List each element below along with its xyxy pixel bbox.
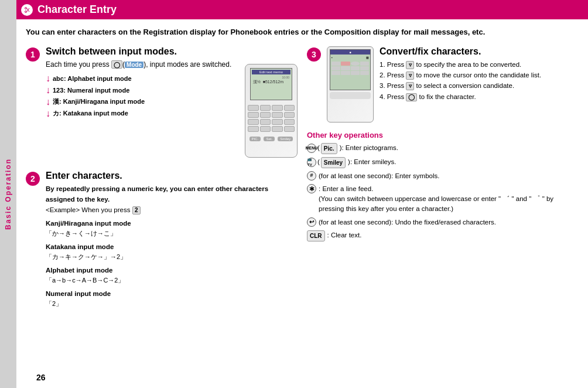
nav-key-1: ▿ (406, 61, 414, 69)
step-1-number: 1 (26, 47, 40, 62)
key-5 (260, 119, 271, 125)
key-4 (248, 119, 259, 125)
key-2: 2 (132, 206, 141, 215)
icon-tv: ▩ (366, 56, 369, 59)
svg-point-0 (25, 7, 27, 9)
step-3-inner: ■ ▪ ▩ (327, 46, 579, 122)
key-s4 (284, 126, 295, 132)
nav-key-4: ◯ (406, 93, 417, 101)
smiley-badge: 📺TV (Smiley (307, 157, 346, 168)
sk-1 (331, 62, 340, 66)
step-1-text: Each time you press ◯(Mode), input modes… (46, 59, 240, 162)
key-6 (272, 119, 283, 125)
arrow-katakana: ↓ (46, 108, 50, 119)
sk-9 (360, 71, 369, 75)
clr-key: CLR (307, 230, 325, 241)
phone-btn-pic: PIC. (249, 137, 261, 141)
phone-keypad-step1 (245, 103, 297, 134)
step3-screen: ■ ▪ ▩ (330, 49, 371, 90)
key-3 (272, 112, 283, 118)
key-8 (260, 126, 271, 132)
step-2-number: 2 (26, 172, 40, 186)
hash-key: # (307, 171, 316, 181)
icon-menu: ▪ (331, 56, 333, 59)
undo-key: ↩ (307, 217, 316, 227)
sk-r (360, 62, 369, 66)
alphabet-head: Alphabet input mode (46, 265, 298, 275)
key-s3 (284, 119, 295, 125)
step3-inst-1: 1. Press ▿ to specify the area to be con… (380, 59, 579, 70)
nav-key-2: ▿ (406, 72, 414, 80)
step-1: 1 Switch between input modes. Each time … (26, 46, 298, 162)
alphabet-chars: 「a→b→c→A→B→C→2」 (46, 275, 298, 286)
page-number: 26 (36, 373, 46, 382)
key-op-hash: # (for at least one second): Enter symbo… (307, 171, 579, 181)
hash-desc: (for at least one second): Enter symbols… (319, 171, 579, 181)
sidebar: Basic Operation (0, 0, 16, 388)
step-2-body: By repeatedly pressing a numeric key, yo… (46, 183, 298, 309)
key-op-undo: ↩ (for at least one second): Undo the fi… (307, 217, 579, 227)
step-3-title: Convert/fix characters. (380, 46, 579, 57)
mode-katakana: ↓ カ: Katakana input mode (46, 108, 240, 119)
step-3-text-area: Convert/fix characters. 1. Press ▿ to sp… (380, 46, 579, 122)
phone3-bottom-btn (330, 92, 371, 99)
key-op-star: ✱ : Enter a line feed. (You can switch b… (307, 184, 579, 215)
phone-btn-set: Set. (264, 137, 275, 141)
clr-desc: : Clear text. (327, 230, 579, 240)
other-ops-title: Other key operations (307, 131, 579, 139)
sk-2 (331, 66, 340, 70)
screen3-icons: ▪ ▩ (330, 55, 370, 60)
sk-5 (360, 66, 369, 70)
step-3-content: ■ ▪ ▩ (327, 46, 579, 122)
kanji-head: Kanji/Hiragana input mode (46, 218, 298, 229)
key-0 (248, 105, 259, 111)
sidebar-label: Basic Operation (4, 158, 12, 230)
main-content: Character Entry You can enter characters… (16, 0, 588, 388)
mode-katakana-label: カ: Katakana input mode (53, 109, 128, 118)
screen3-title: ■ (330, 50, 370, 55)
step3-inst-3: 3. Press ▿ to select a conversion candid… (380, 80, 579, 91)
star-key: ✱ (307, 184, 316, 193)
smiley-desc: ): Enter smileys. (348, 157, 579, 167)
page-title: Character Entry (37, 4, 117, 16)
katakana-head: Katakana input mode (46, 241, 298, 252)
katakana-chars: 「カ→キ→ク→ケ→」→2」 (46, 252, 298, 263)
key-9 (272, 126, 283, 132)
two-columns: 1 Switch between input modes. Each time … (26, 46, 579, 318)
step-2-title: Enter characters. (46, 171, 298, 181)
arrow-abc: ↓ (46, 73, 50, 84)
sk-3 (341, 66, 350, 70)
right-column: 3 ■ ▪ ▩ (307, 46, 579, 318)
pic-label: Pic. (321, 143, 337, 154)
sk-6 (331, 71, 340, 75)
content-area: You can enter characters on the Registra… (16, 19, 588, 388)
left-column: 1 Switch between input modes. Each time … (26, 46, 298, 318)
sk-clr (341, 62, 350, 66)
mode-abc: ↓ abc: Alphabet input mode (46, 73, 240, 84)
phone-image-step3: ■ ▪ ▩ (327, 46, 374, 122)
page-header: Character Entry (16, 0, 588, 19)
nav-key-3: ▿ (406, 82, 414, 90)
screen3-body: ▪ ▩ (330, 55, 370, 90)
step3-inst-2: 2. Press ▿ to move the cursor onto the c… (380, 70, 579, 80)
step-2-example: <Example> When you press 2 (46, 205, 298, 215)
key-s2 (284, 112, 295, 118)
step-1-inner: Each time you press ◯(Mode), input modes… (46, 59, 298, 162)
mode-label: Mode (125, 62, 143, 68)
key-2 (260, 112, 271, 118)
key-7 (248, 126, 259, 132)
other-ops-section: Other key operations MENU (Pic. ): Enter… (307, 131, 579, 241)
star-desc: : Enter a line feed. (You can switch bet… (319, 184, 579, 215)
sk-nav (351, 62, 360, 66)
arrow-kanji: ↓ (46, 97, 50, 107)
step-2: 2 Enter characters. By repeatedly pressi… (26, 171, 298, 309)
key-clr (260, 105, 271, 111)
step-3: 3 ■ ▪ ▩ (307, 46, 579, 122)
numeral-chars: 「2」 (46, 299, 298, 309)
numeral-head: Numeral input mode (46, 288, 298, 299)
screen-title: Edit text memo (252, 70, 290, 74)
mode-key: ◯ (111, 60, 122, 69)
input-modes-list: ↓ abc: Alphabet input mode ↓ 123: Numera… (46, 73, 240, 119)
menu-icon-circle: MENU (307, 144, 316, 153)
step-1-body: Each time you press ◯(Mode), input modes… (46, 59, 240, 70)
